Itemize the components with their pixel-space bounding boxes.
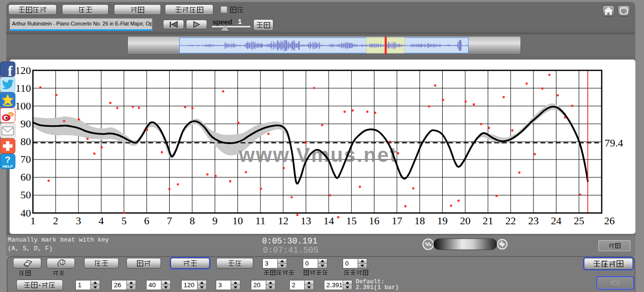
svg-text:70: 70 [21,153,31,165]
svg-text:3: 3 [76,215,81,227]
svg-text:11: 11 [255,215,265,227]
svg-text:79.4: 79.4 [605,137,623,149]
svg-text:6: 6 [144,215,149,227]
svg-text:12: 12 [278,215,288,227]
svg-text:24: 24 [551,215,561,227]
svg-text:4: 4 [99,215,104,227]
svg-text:8: 8 [189,215,195,227]
svg-text:40: 40 [21,207,31,219]
svg-text:f: f [8,63,13,79]
svg-text:9: 9 [212,215,218,227]
svg-text:2: 2 [53,215,58,227]
svg-text:110: 110 [15,82,31,94]
svg-text:14: 14 [323,215,334,227]
svg-text:23: 23 [528,215,539,227]
svg-text:HELP: HELP [2,164,13,169]
svg-text:?: ? [5,155,11,165]
svg-text:13: 13 [301,215,311,227]
svg-text:21: 21 [483,215,493,227]
svg-text:80: 80 [21,135,31,147]
svg-text:25: 25 [574,215,584,227]
svg-text:www.Vmus.net: www.Vmus.net [238,144,398,166]
svg-text:17: 17 [392,215,402,227]
svg-text:16: 16 [369,215,380,227]
svg-text:22: 22 [506,215,516,227]
svg-text:50: 50 [21,189,31,201]
svg-text:90: 90 [21,118,31,130]
svg-text:120: 120 [15,64,31,76]
svg-text:10: 10 [233,215,243,227]
svg-text:20: 20 [460,215,471,227]
svg-text:26: 26 [604,215,615,227]
svg-text:1: 1 [30,215,36,227]
svg-text:5: 5 [121,215,126,227]
svg-text:60: 60 [21,171,31,183]
svg-text:19: 19 [437,215,448,227]
svg-text:15: 15 [346,215,357,227]
svg-text:18: 18 [414,215,425,227]
svg-text:7: 7 [167,215,172,227]
svg-text:100: 100 [15,100,31,112]
